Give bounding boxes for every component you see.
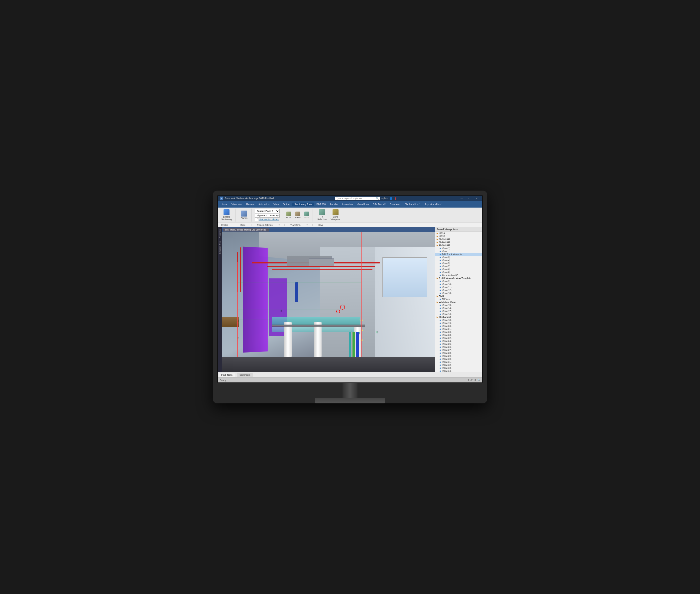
viewpoint-item[interactable]: ◉View (4) [435, 259, 482, 262]
floor [222, 357, 435, 372]
viewpoint-item[interactable]: ◉View (12) [435, 289, 482, 292]
menu-assemble[interactable]: Assemble [340, 203, 355, 206]
zoom-icon[interactable]: 🔍 [477, 379, 480, 382]
viewpoints-list[interactable]: ▶.P01A▶.P01B▶09-19-2019▶09-26-2019▶10-10… [435, 232, 482, 372]
viewpoint-item[interactable]: ◉View (15) [435, 304, 482, 307]
current-plane-select[interactable]: Current: Plane 2 [255, 209, 280, 213]
menu-output[interactable]: Output [281, 203, 292, 206]
viewpoint-label: View (6) [442, 268, 450, 270]
viewpoint-item[interactable]: ◉View (11) [435, 286, 482, 289]
menu-tool-addins[interactable]: Tool add-ins 1 [403, 203, 423, 206]
menu-viewpoint[interactable]: Viewpoint [230, 203, 244, 206]
sub-tab-transform[interactable]: Transform [289, 224, 302, 227]
rotate-button[interactable]: Rotate [294, 211, 302, 219]
menu-export-addins[interactable]: Export add-ins 1 [423, 203, 445, 206]
viewpoint-item[interactable]: ▶.P01A [435, 232, 482, 235]
menu-bim360[interactable]: BIM 360 [314, 203, 328, 206]
viewpoint-item[interactable]: ◉View (33) [435, 366, 482, 369]
viewpoint-item[interactable]: ◉View (7) [435, 265, 482, 268]
maximize-button[interactable]: □ [466, 196, 473, 201]
viewpoint-item[interactable]: ▶09-19-2019 [435, 238, 482, 241]
viewpoint-item[interactable]: ▶10-10-2019 [435, 244, 482, 247]
sidebar-selection-tree[interactable]: Selection Tree [218, 240, 222, 255]
sub-tab-save[interactable]: Save [317, 224, 325, 227]
viewpoint-item[interactable]: ◉View (32) [435, 363, 482, 366]
menu-bluebeam[interactable]: Bluebeam [388, 203, 403, 206]
viewpoint-item[interactable]: ◉View (24) [435, 339, 482, 342]
viewpoint-item[interactable]: ◉View (26) [435, 345, 482, 349]
viewpoint-item[interactable]: ◉View (31) [435, 361, 482, 363]
search-input[interactable] [336, 197, 376, 200]
viewpoint-item[interactable]: ◉View (27) [435, 349, 482, 352]
viewpoint-item[interactable]: ◉View (1) [435, 247, 482, 250]
viewpoint-item[interactable]: ◉BIM Track Viewpoint [435, 253, 482, 256]
viewpoint-item[interactable]: ◉View (16) [435, 312, 482, 316]
viewpoint-item[interactable]: ◉View (34) [435, 369, 482, 372]
move-button[interactable]: Move [285, 211, 293, 219]
viewpoint-item[interactable]: ◉View (20) [435, 331, 482, 334]
viewpoint-item[interactable]: ◉View (17) [435, 309, 482, 312]
alignment-select[interactable]: Alignment: "Custom" [255, 213, 280, 218]
tab-comments[interactable]: Comments [237, 373, 253, 377]
viewpoint-item[interactable]: ◉View (6) [435, 268, 482, 271]
viewpoint-item[interactable]: ▶Mechanical [435, 316, 482, 319]
viewpoint-item[interactable]: ◉View (25) [435, 342, 482, 345]
viewpoint-item[interactable]: ◉View (5) [435, 262, 482, 265]
save-icon [333, 209, 338, 215]
viewpoint-item[interactable]: ◉View (22) [435, 336, 482, 339]
viewpoint-item[interactable]: ▶Validation Views [435, 301, 482, 304]
minimize-button[interactable]: — [458, 196, 465, 201]
viewpoint-item[interactable]: ◉View (3) [435, 256, 482, 259]
viewpoint-item[interactable]: ◉View (18) [435, 319, 482, 322]
viewpoint-label: View (28) [442, 352, 452, 354]
viewpoint-item[interactable]: ◉3D View [435, 298, 482, 301]
view-toggle-icon[interactable]: ⊞ [474, 379, 476, 382]
close-button[interactable]: ✕ [473, 196, 480, 201]
scale-button[interactable]: Scale [303, 211, 310, 219]
viewport-tab[interactable]: BIM Track, Issues filtering ON Sectionin… [223, 228, 269, 232]
viewpoint-item[interactable]: ◉View [435, 250, 482, 253]
rotate-label: Rotate [295, 216, 301, 219]
link-section-checkbox[interactable] [255, 218, 258, 221]
fit-selection-button[interactable]: Fit Selection [316, 209, 328, 221]
menu-review[interactable]: Review [244, 203, 257, 206]
sub-tab-planes-settings[interactable]: Planes Settings [256, 224, 274, 227]
viewpoint-item[interactable]: ◉View (14) [435, 307, 482, 309]
tab-find-items[interactable]: Find Items [219, 373, 235, 377]
viewpoint-label: BIM Track Viewpoint [442, 253, 463, 256]
viewpoint-item[interactable]: ◉View (19) [435, 322, 482, 325]
viewpoint-item[interactable]: ▶Shift [435, 295, 482, 298]
menu-animation[interactable]: Animation [257, 203, 271, 206]
menu-home[interactable]: Home [219, 203, 230, 206]
link-section-label[interactable]: Link Section Planes [259, 218, 279, 221]
menu-view[interactable]: View [271, 203, 281, 206]
monitor: N Autodesk Navisworks Manage 2019 Untitl… [213, 191, 487, 403]
menu-bim-track[interactable]: BIM Track® [371, 203, 388, 206]
viewpoint-item[interactable]: ◉View (28) [435, 352, 482, 355]
viewpoint-item[interactable]: ◉View (8) [435, 271, 482, 274]
viewpoint-item[interactable]: ◉View (10) [435, 283, 482, 286]
sub-tab-mode[interactable]: Mode [238, 224, 247, 227]
viewpoint-item[interactable]: ◉View (9) [435, 280, 482, 283]
sidebar-properties[interactable]: Properties [218, 228, 222, 239]
menu-render[interactable]: Render [328, 203, 340, 206]
viewpoint-label: View (20) [442, 331, 452, 333]
viewpoint-item[interactable]: ▶.P01B [435, 235, 482, 238]
viewport[interactable]: BIM Track, Issues filtering ON Sectionin… [222, 227, 435, 372]
enable-sectioning-button[interactable]: Enable Sectioning [220, 209, 233, 221]
viewpoint-item[interactable]: ◉View (13) [435, 292, 482, 295]
viewpoint-item[interactable]: ◉View (29) [435, 355, 482, 358]
viewpoint-item[interactable]: ▶09-26-2019 [435, 241, 482, 244]
sub-tab-enable[interactable]: Enable [220, 224, 230, 227]
menu-sectioning-tools[interactable]: Sectioning Tools [292, 203, 314, 206]
viewpoint-item[interactable]: ▶Z - 3D View w/o View Template [435, 277, 482, 280]
menu-visual-live[interactable]: Visual Live [355, 203, 371, 206]
viewpoint-item[interactable]: ◉Coordination 3D [435, 274, 482, 277]
planes-button[interactable]: Planes [238, 210, 249, 220]
viewpoint-item[interactable]: ◉View (20) [435, 325, 482, 328]
planes-icon [241, 210, 247, 217]
viewpoint-item[interactable]: ◉View (21) [435, 328, 482, 331]
save-viewpoint-button[interactable]: Save Viewpoint [329, 209, 342, 221]
viewpoint-item[interactable]: ◉View (23) [435, 334, 482, 336]
viewpoint-item[interactable]: ◉View (30) [435, 358, 482, 361]
